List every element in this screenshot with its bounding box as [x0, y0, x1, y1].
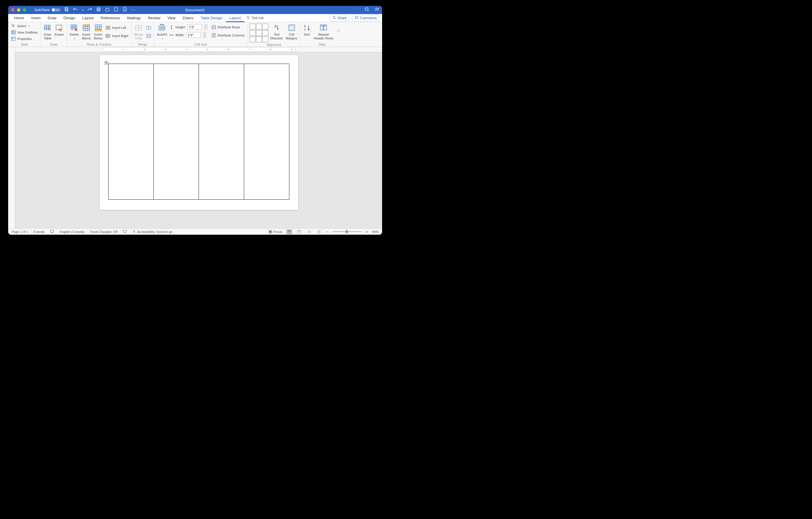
delete-button[interactable]: Delete▾ — [69, 23, 80, 40]
insert-above-button[interactable]: Insert Above — [81, 23, 92, 40]
width-input[interactable] — [186, 32, 201, 38]
table-row[interactable] — [109, 64, 289, 200]
tell-me[interactable]: Tell me — [246, 16, 264, 21]
tab-insert[interactable]: Insert — [28, 14, 44, 22]
vertical-ruler[interactable] — [8, 47, 15, 228]
print-icon[interactable] — [96, 7, 101, 13]
print-layout-view[interactable] — [286, 229, 292, 234]
zoom-in-button[interactable]: + — [366, 229, 368, 234]
display-settings-icon[interactable] — [123, 229, 127, 234]
tab-home[interactable]: Home — [10, 14, 28, 22]
group-merge-label: Merge — [133, 42, 152, 47]
autosave-control[interactable]: AutoSave — [34, 8, 61, 12]
cell-margins-button[interactable]: Cell Margins — [285, 23, 298, 40]
align-ml[interactable] — [250, 30, 256, 36]
align-tl[interactable] — [250, 24, 256, 29]
focus-button[interactable]: Focus — [268, 230, 282, 234]
page[interactable]: ✥ — [100, 55, 298, 210]
table-cell[interactable] — [109, 64, 154, 200]
properties-button[interactable]: Properties — [10, 36, 39, 42]
split-cells-button[interactable] — [145, 25, 152, 31]
height-icon — [169, 25, 174, 29]
word-count[interactable]: 0 words — [33, 230, 45, 234]
undo-dropdown[interactable]: ▾ — [82, 9, 83, 11]
redo-icon[interactable] — [87, 7, 92, 13]
accessibility-indicator[interactable]: Accessibility: Good to go — [132, 230, 172, 234]
comment-icon — [355, 16, 358, 20]
web-layout-view[interactable] — [296, 229, 302, 234]
save-icon[interactable] — [64, 7, 69, 13]
horizontal-ruler[interactable]: 1 2 3 4 5 6 7 8 9 — [15, 47, 382, 52]
svg-rect-26 — [212, 25, 215, 29]
undo-icon[interactable] — [73, 7, 78, 13]
draft-view[interactable] — [316, 229, 322, 234]
draw-table-button[interactable]: Draw Table — [42, 23, 53, 40]
align-mr[interactable] — [262, 30, 268, 36]
tab-draw[interactable]: Draw — [44, 14, 60, 22]
autosave-toggle[interactable] — [51, 8, 61, 12]
properties-icon — [11, 36, 16, 41]
doc-icon[interactable] — [114, 7, 118, 13]
split-table-icon — [146, 33, 151, 38]
repeat-header-rows-button[interactable]: Repeat Header Rows — [313, 23, 334, 40]
table-cell[interactable] — [244, 64, 289, 200]
align-br[interactable] — [262, 36, 268, 42]
tab-zotero[interactable]: Zotero — [179, 14, 197, 22]
tab-design[interactable]: Design — [60, 14, 79, 22]
page-indicator[interactable]: Page 1 of 1 — [12, 230, 28, 234]
comments-button[interactable]: Comments — [352, 15, 380, 21]
svg-rect-0 — [66, 7, 67, 9]
track-changes-indicator[interactable]: Track Changes: Off — [90, 230, 118, 234]
outline-view[interactable] — [306, 229, 312, 234]
zoom-out-button[interactable]: − — [326, 229, 328, 234]
select-button[interactable]: Select▾ — [10, 23, 39, 29]
formula-icon: fx — [336, 28, 341, 33]
home-icon[interactable] — [105, 7, 110, 13]
share-people-icon[interactable] — [375, 7, 379, 13]
table-cell[interactable] — [199, 64, 244, 200]
align-bc[interactable] — [256, 36, 262, 42]
document-scroll[interactable]: 1 2 3 4 5 6 7 8 9 ✥ — [15, 47, 382, 228]
share-button[interactable]: Share — [329, 15, 350, 21]
tab-view[interactable]: View — [164, 14, 179, 22]
zoom-level[interactable]: 88% — [372, 230, 379, 234]
height-input[interactable] — [187, 24, 202, 30]
split-table-button[interactable] — [145, 33, 152, 39]
split-cells-icon — [146, 25, 151, 30]
view-gridlines-button[interactable]: View Gridlines — [10, 29, 39, 35]
distribute-columns-button[interactable]: Distribute Columns — [210, 32, 246, 38]
tab-references[interactable]: References — [97, 14, 123, 22]
document-table[interactable] — [108, 64, 289, 200]
svg-rect-24 — [147, 36, 151, 38]
tab-review[interactable]: Review — [144, 14, 164, 22]
align-tc[interactable] — [256, 24, 262, 29]
tab-layout[interactable]: Layout — [79, 14, 97, 22]
maximize-window-button[interactable] — [23, 8, 26, 12]
zoom-slider[interactable] — [332, 231, 362, 232]
search-icon[interactable] — [365, 7, 369, 13]
spellcheck-icon[interactable] — [50, 229, 55, 234]
text-direction-button[interactable]: AText Direction — [269, 23, 284, 40]
align-mc[interactable] — [256, 30, 262, 36]
autofit-button[interactable]: AutoFit▾ — [156, 23, 168, 40]
minimize-window-button[interactable] — [17, 8, 21, 12]
eraser-button[interactable]: Eraser — [54, 23, 65, 37]
table-cell[interactable] — [154, 64, 199, 200]
insert-left-button[interactable]: Insert Left — [105, 25, 129, 31]
tab-table-layout[interactable]: Layout — [226, 14, 244, 22]
align-tr[interactable] — [262, 24, 268, 29]
table-move-handle[interactable]: ✥ — [105, 61, 108, 65]
height-spinner[interactable]: ▲▼ — [204, 24, 207, 30]
more-icon[interactable]: ⋯ — [131, 7, 135, 12]
tab-table-design[interactable]: Table Design — [197, 14, 226, 22]
close-window-button[interactable] — [11, 8, 14, 12]
doc-check-icon[interactable] — [122, 7, 127, 13]
tab-mailings[interactable]: Mailings — [124, 14, 145, 22]
language-indicator[interactable]: English (Canada) — [60, 230, 85, 234]
width-spinner[interactable]: ▲▼ — [203, 32, 206, 38]
insert-right-button[interactable]: Insert Right — [105, 33, 129, 39]
sort-button[interactable]: AZSort — [302, 23, 312, 37]
insert-below-button[interactable]: Insert Below — [93, 23, 104, 40]
distribute-rows-button[interactable]: Distribute Rows — [210, 24, 246, 30]
align-bl[interactable] — [250, 36, 256, 42]
